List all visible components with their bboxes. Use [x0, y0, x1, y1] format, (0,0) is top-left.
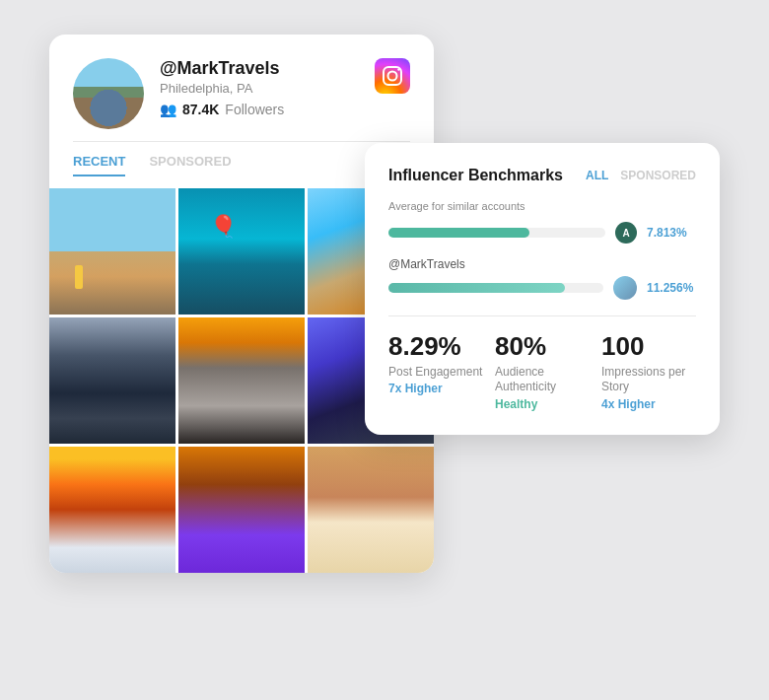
photo-cell-2: [178, 188, 305, 315]
mark-row-label: @MarkTravels: [388, 257, 696, 271]
metrics-grid: 8.29% Post Engagement 7x Higher 80% Audi…: [388, 332, 696, 411]
metric-item-0: 8.29% Post Engagement 7x Higher: [388, 332, 483, 411]
benchmarks-title: Influencer Benchmarks: [388, 167, 563, 184]
followers-label: Followers: [225, 102, 284, 117]
photo-cell-9: [308, 447, 434, 573]
avatar: [73, 58, 144, 129]
tab-sponsored[interactable]: SPONSORED: [149, 154, 231, 176]
mark-avatar: [613, 276, 637, 300]
benchmarks-card: Influencer Benchmarks ALL SPONSORED Aver…: [365, 143, 720, 435]
metric-value-1: 80%: [495, 332, 590, 361]
metric-label-1: Audience Authenticity: [495, 365, 590, 395]
metric-value-2: 100: [601, 332, 696, 361]
photo-cell-1: [49, 188, 175, 315]
location: Philedelphia, PA: [160, 81, 375, 96]
profile-header: @MarkTravels Philedelphia, PA 👥 87.4K Fo…: [73, 58, 410, 129]
metric-sub-1: Healthy: [495, 397, 590, 411]
avatar-image: [73, 58, 144, 129]
metric-label-2: Impressions per Story: [601, 365, 696, 395]
profile-info: @MarkTravels Philedelphia, PA 👥 87.4K Fo…: [160, 58, 375, 117]
mark-bar-track: [388, 283, 603, 293]
mark-bar-fill: [388, 283, 565, 293]
photo-cell-4: [49, 317, 175, 444]
avg-bar-fill: [388, 228, 529, 238]
filter-all[interactable]: ALL: [586, 169, 608, 182]
instagram-icon[interactable]: [375, 58, 410, 94]
avg-bar-track: [388, 228, 605, 238]
mark-percent: 11.256%: [647, 281, 696, 295]
tab-recent[interactable]: RECENT: [73, 154, 125, 176]
followers-count: 87.4K: [182, 102, 219, 117]
username: @MarkTravels: [160, 58, 375, 79]
tabs: RECENT SPONSORED: [73, 154, 410, 176]
photo-cell-7: [49, 447, 175, 573]
svg-rect-0: [375, 58, 410, 94]
bm-divider: [388, 315, 696, 316]
divider: [73, 141, 410, 142]
metric-label-0: Post Engagement: [388, 365, 483, 381]
filter-sponsored[interactable]: SPONSORED: [620, 169, 696, 182]
filter-tabs: ALL SPONSORED: [586, 169, 696, 182]
mark-benchmark-row: @MarkTravels 11.256%: [388, 257, 696, 300]
metric-item-2: 100 Impressions per Story 4x Higher: [601, 332, 696, 411]
metric-sub-2: 4x Higher: [601, 397, 696, 411]
avg-percent: 7.813%: [647, 226, 696, 240]
svg-point-3: [397, 68, 399, 70]
photo-cell-5: [178, 317, 305, 444]
followers-row: 👥 87.4K Followers: [160, 102, 375, 117]
followers-icon: 👥: [160, 102, 176, 117]
metric-value-0: 8.29%: [388, 332, 483, 361]
benchmarks-header: Influencer Benchmarks ALL SPONSORED: [388, 167, 696, 184]
benchmark-section-label: Average for similar accounts: [388, 200, 696, 212]
mark-bar-container: 11.256%: [388, 276, 696, 300]
scene: @MarkTravels Philedelphia, PA 👥 87.4K Fo…: [49, 35, 720, 665]
avg-benchmark-row: A 7.813%: [388, 222, 696, 244]
avatar-container: [73, 58, 144, 129]
avg-badge: A: [615, 222, 637, 244]
metric-sub-0: 7x Higher: [388, 382, 483, 395]
avg-bar-container: A 7.813%: [388, 222, 696, 244]
metric-item-1: 80% Audience Authenticity Healthy: [495, 332, 590, 411]
photo-cell-8: [178, 447, 305, 573]
